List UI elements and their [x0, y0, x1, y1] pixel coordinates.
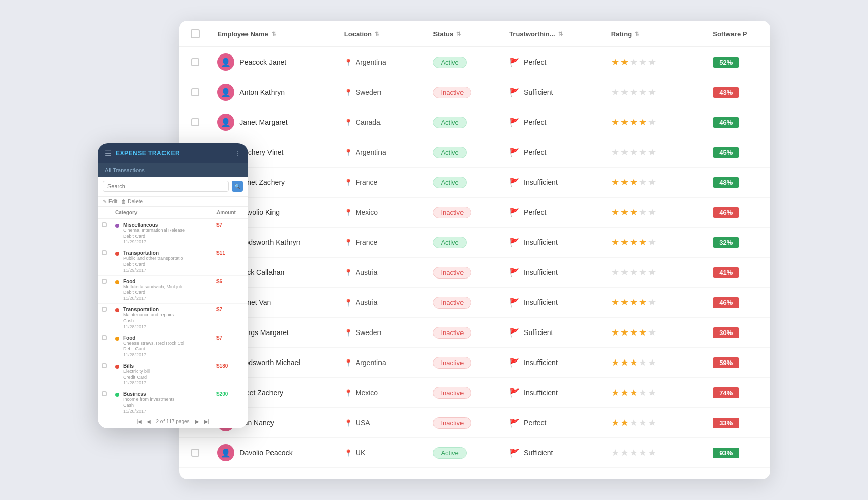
table-row: 👤 Janet Zachery 📍 France Active 🚩 Insuff… [179, 168, 770, 198]
star-rating: ★★★★★ [611, 327, 701, 338]
menu-dots-icon[interactable]: ⋮ [234, 149, 241, 157]
trust-label: Insufficient [524, 298, 558, 307]
exp-checkbox[interactable] [102, 363, 107, 368]
category-desc: Maintenance and repairsCash [123, 312, 174, 324]
status-badge: Inactive [433, 267, 471, 279]
exp-checkbox[interactable] [102, 335, 107, 340]
status-badge: Inactive [433, 417, 471, 429]
filled-star: ★ [611, 237, 619, 248]
amount-value: $7 [216, 335, 222, 341]
location-cell: 📍 Mexico [344, 208, 421, 216]
star-rating: ★★★★★ [611, 57, 701, 68]
location-value: Argentina [356, 358, 386, 367]
header-rating[interactable]: Rating ⇅ [605, 21, 707, 47]
category-dot [115, 252, 119, 256]
search-input[interactable] [103, 181, 229, 192]
location-value: Austria [356, 298, 378, 307]
row-checkbox[interactable] [191, 449, 199, 457]
star-rating: ★★★★★ [611, 417, 701, 428]
exp-row-category: Bills Electricity billCredit Card 11/28/… [111, 360, 212, 388]
empty-star: ★ [648, 417, 656, 428]
trust-label: Perfect [524, 148, 546, 156]
table-row: 👤 Dodsworth Kathryn 📍 France Active 🚩 In… [179, 228, 770, 258]
filled-star: ★ [639, 237, 647, 248]
exp-checkbox[interactable] [102, 279, 107, 284]
location-pin-icon: 📍 [344, 209, 352, 216]
header-trustworthiness[interactable]: Trustworthin... ⇅ [503, 21, 605, 47]
status-badge: Inactive [433, 357, 471, 369]
table-row: 👤 Davolio Peacock 📍 UK Active 🚩 Sufficie… [179, 438, 770, 468]
avatar: 👤 [217, 444, 234, 461]
status-filter-icon[interactable]: ⇅ [456, 31, 461, 37]
main-table-card: Employee Name ⇅ Location ⇅ [179, 21, 770, 479]
select-all-checkbox[interactable] [191, 29, 200, 38]
row-checkbox[interactable] [191, 58, 199, 66]
prev-page-btn[interactable]: ◀ [147, 419, 151, 424]
trust-filter-icon[interactable]: ⇅ [558, 31, 563, 37]
software-pct-badge: 33% [713, 418, 739, 428]
name-filter-icon[interactable]: ⇅ [272, 31, 276, 37]
empty-star: ★ [648, 357, 656, 368]
table-row: 👤 Fleet Zachery 📍 Mexico Inactive 🚩 Insu… [179, 378, 770, 408]
expense-row: Food Cheese straws, Red Rock ColDebit Ca… [98, 332, 248, 360]
trust-label: Perfect [524, 118, 546, 126]
last-page-btn[interactable]: ▶| [204, 419, 210, 424]
exp-row-category: Food Cheese straws, Red Rock ColDebit Ca… [111, 332, 212, 360]
star-rating: ★★★★★ [611, 177, 701, 188]
row-checkbox[interactable] [191, 118, 199, 126]
trust-label: Insufficient [524, 238, 558, 246]
search-button[interactable]: 🔍 [232, 181, 243, 192]
header-employee-name[interactable]: Employee Name ⇅ [211, 21, 338, 47]
next-page-btn[interactable]: ▶ [195, 419, 199, 424]
location-pin-icon: 📍 [344, 119, 352, 126]
expense-title: EXPENSE TRACKER [116, 150, 180, 157]
exp-checkbox[interactable] [102, 222, 107, 227]
edit-button[interactable]: ✎ Edit [103, 199, 117, 204]
filled-star: ★ [611, 207, 619, 218]
expense-row: Business Income from investmentsCash 11/… [98, 388, 248, 414]
table-row: 👤 Dodsworth Michael 📍 Argentina Inactive… [179, 348, 770, 378]
star-rating: ★★★★★ [611, 87, 701, 98]
exp-checkbox[interactable] [102, 391, 107, 396]
expense-row: Transportation Public and other transpor… [98, 247, 248, 275]
delete-button[interactable]: 🗑 Delete [121, 199, 143, 204]
empty-star: ★ [639, 447, 647, 458]
empty-star: ★ [620, 87, 629, 98]
trust-cell: 🚩 Perfect [509, 58, 599, 67]
status-badge: Active [433, 447, 466, 459]
hamburger-icon[interactable]: ☰ [105, 149, 112, 157]
location-pin-icon: 📍 [344, 149, 352, 156]
header-status[interactable]: Status ⇅ [427, 21, 503, 47]
search-bar: 🔍 [98, 177, 248, 197]
location-value: UK [356, 449, 365, 457]
star-rating: ★★★★★ [611, 237, 701, 248]
empty-star: ★ [620, 447, 629, 458]
trust-flag-icon: 🚩 [509, 208, 520, 217]
filled-star: ★ [611, 387, 619, 398]
trust-cell: 🚩 Perfect [509, 208, 599, 217]
rating-filter-icon[interactable]: ⇅ [635, 31, 639, 37]
software-pct-badge: 46% [713, 207, 739, 218]
category-desc: Public and other transportatioDebit Card [123, 256, 183, 267]
location-value: France [356, 238, 378, 246]
category-dot [115, 365, 119, 369]
first-page-btn[interactable]: |◀ [137, 419, 142, 424]
row-checkbox[interactable] [191, 88, 199, 96]
location-value: Argentina [356, 58, 386, 66]
star-rating: ★★★★★ [611, 357, 701, 368]
header-software[interactable]: Software P [707, 21, 770, 47]
employee-name: Peacock Janet [239, 58, 286, 66]
empty-star: ★ [630, 147, 638, 158]
location-filter-icon[interactable]: ⇅ [375, 31, 379, 37]
exp-checkbox[interactable] [102, 307, 107, 312]
expense-row: Food Muffuletta sandwich, Mint juliDebit… [98, 275, 248, 303]
exp-checkbox[interactable] [102, 250, 107, 255]
empty-star: ★ [648, 387, 656, 398]
filled-star: ★ [620, 57, 629, 68]
trust-flag-icon: 🚩 [509, 118, 520, 127]
header-location[interactable]: Location ⇅ [338, 21, 427, 47]
table-row: 👤 Anton Kathryn 📍 Sweden Inactive 🚩 Suff… [179, 77, 770, 107]
location-value: USA [356, 419, 370, 427]
empty-star: ★ [648, 297, 656, 308]
filled-star: ★ [630, 207, 638, 218]
